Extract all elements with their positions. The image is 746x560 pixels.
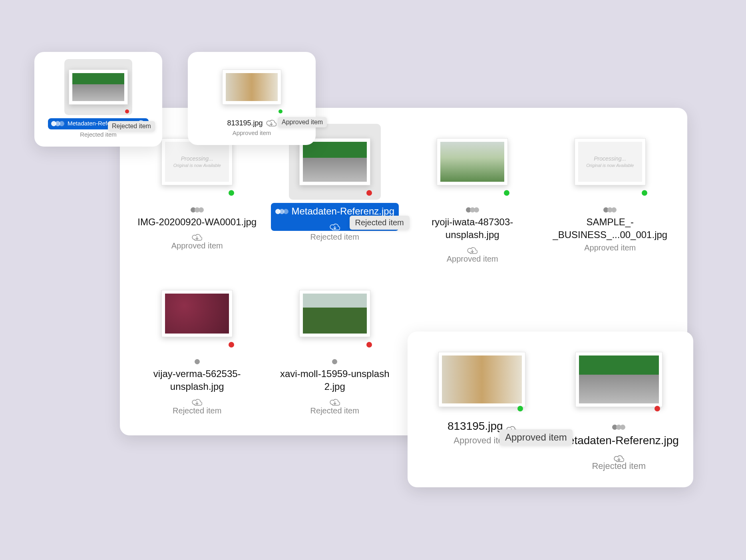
asset-meta: vijay-verma-562535-unsplash.jpg: [133, 355, 261, 405]
processing-title: Processing...: [594, 155, 626, 163]
asset-popout-large: 813195.jpg Approved item Approved item M…: [408, 332, 693, 487]
cloud-download-icon[interactable]: [467, 245, 477, 253]
thumbnail-wrap: [289, 276, 381, 351]
versions-icon: [603, 207, 617, 212]
thumbnail-wrap: [569, 344, 669, 415]
asset-card[interactable]: Metadaten-Referenz.jpg Rejected item Rej…: [48, 59, 149, 138]
asset-popout: 813195.jpg Approved item Approved item: [188, 52, 316, 145]
status-dot-icon: [229, 190, 234, 196]
status-dot-icon: [517, 406, 523, 411]
processing-placeholder: Processing... Original is now Available: [578, 142, 642, 182]
asset-filename: 813195.jpg: [448, 419, 503, 434]
thumbnail-frame: [437, 138, 508, 185]
thumbnail-wrap: [64, 59, 132, 115]
processing-placeholder: Processing... Original is now Available: [165, 142, 229, 182]
asset-filename: ryoji-iwata-487303-unsplash.jpg: [408, 216, 536, 242]
asset-filename: SAMPLE_-_BUSINESS_...00_001.jpg: [546, 216, 674, 242]
cloud-download-icon[interactable]: [266, 119, 277, 127]
asset-status: Approved item: [171, 241, 223, 250]
status-dot-icon: [642, 190, 647, 196]
asset-card[interactable]: 813195.jpg Approved item Approved item: [218, 59, 286, 136]
thumbnail-frame: [438, 352, 525, 407]
asset-meta: IMG-20200920-WA0001.jpg: [133, 203, 261, 240]
cloud-download-icon[interactable]: [506, 422, 517, 430]
thumbnail-wrap: Processing... Original is now Available: [564, 124, 656, 200]
cloud-download-icon[interactable]: [330, 221, 340, 229]
thumbnail-frame: [222, 70, 281, 105]
tooltip: Approved item: [499, 429, 573, 445]
thumbnail-frame: [299, 290, 370, 337]
thumbnail-frame: [575, 352, 662, 407]
processing-subtitle: Original is now Available: [173, 163, 221, 169]
cloud-download-icon[interactable]: [330, 397, 340, 405]
asset-card[interactable]: Metadaten-Referenz.jpg Rejected item: [557, 344, 682, 471]
thumbnail-frame: [299, 138, 370, 185]
asset-card[interactable]: ryoji-iwata-487303-unsplash.jpg Approved…: [407, 124, 538, 264]
asset-filename: IMG-20200920-WA0001.jpg: [137, 216, 257, 228]
asset-status: Rejected item: [173, 406, 221, 415]
thumbnail-frame: Processing... Original is now Available: [161, 138, 233, 185]
tooltip: Rejected item: [350, 216, 410, 230]
asset-card[interactable]: vijay-verma-562535-unsplash.jpg Rejected…: [132, 276, 263, 415]
thumbnail-image: [303, 294, 367, 334]
status-dot-icon: [366, 190, 372, 196]
asset-meta: 813195.jpg: [227, 118, 276, 128]
single-version-icon: [195, 359, 200, 364]
status-dot-icon: [229, 342, 234, 348]
asset-filename: 813195.jpg: [227, 118, 263, 128]
status-dot-icon: [125, 109, 129, 113]
thumbnail-image: [303, 142, 367, 182]
single-version-icon: [332, 359, 337, 364]
versions-icon: [466, 207, 479, 212]
thumbnail-wrap: [218, 59, 286, 115]
thumbnail-image: [442, 355, 522, 403]
asset-filename: Metadaten-Referenz.jpg: [559, 433, 679, 448]
asset-status: Approved item: [233, 129, 271, 136]
asset-status: Approved item: [584, 243, 636, 252]
tooltip: Rejected item: [108, 121, 155, 131]
status-dot-icon: [366, 342, 372, 348]
thumbnail-frame: [69, 70, 128, 105]
asset-status: Rejected item: [80, 131, 117, 138]
asset-filename: vijay-verma-562535-unsplash.jpg: [133, 367, 261, 393]
processing-subtitle: Original is now Available: [586, 163, 634, 169]
asset-card[interactable]: xavi-moll-15959-unsplash 2.jpg Rejected …: [270, 276, 400, 415]
versions-icon: [275, 209, 288, 214]
versions-icon: [612, 425, 625, 430]
thumbnail-image: [579, 355, 659, 403]
asset-filename: xavi-moll-15959-unsplash 2.jpg: [271, 367, 399, 393]
versions-icon: [191, 207, 204, 212]
cloud-download-icon[interactable]: [192, 397, 202, 405]
status-dot-icon: [654, 406, 660, 411]
thumbnail-wrap: [432, 344, 532, 415]
thumbnail-wrap: [151, 276, 243, 351]
asset-status: Approved item: [447, 254, 498, 264]
thumbnail-image: [165, 294, 229, 334]
asset-card[interactable]: 813195.jpg Approved item Approved item: [420, 344, 545, 471]
cloud-download-icon[interactable]: [192, 232, 202, 240]
asset-meta: ryoji-iwata-487303-unsplash.jpg: [408, 203, 536, 253]
thumbnail-frame: [161, 290, 233, 337]
status-dot-icon: [504, 190, 509, 196]
thumbnail-frame: Processing... Original is now Available: [575, 138, 646, 185]
thumbnail-image: [226, 73, 278, 101]
versions-icon: [51, 121, 64, 126]
asset-card[interactable]: Processing... Original is now Available …: [545, 124, 676, 264]
asset-meta: SAMPLE_-_BUSINESS_...00_001.jpg: [546, 203, 674, 242]
processing-title: Processing...: [181, 155, 213, 163]
status-dot-icon: [279, 109, 282, 113]
thumbnail-image: [440, 142, 504, 182]
thumbnail-wrap: [426, 124, 518, 200]
asset-status: Rejected item: [310, 406, 359, 415]
asset-popout: Metadaten-Referenz.jpg Rejected item Rej…: [34, 52, 162, 147]
tooltip: Approved item: [278, 117, 327, 127]
asset-meta: Metadaten-Referenz.jpg: [557, 419, 682, 459]
thumbnail-image: [72, 73, 124, 101]
cloud-download-icon[interactable]: [614, 451, 624, 459]
asset-meta: xavi-moll-15959-unsplash 2.jpg: [271, 355, 399, 405]
asset-status: Rejected item: [310, 232, 359, 242]
